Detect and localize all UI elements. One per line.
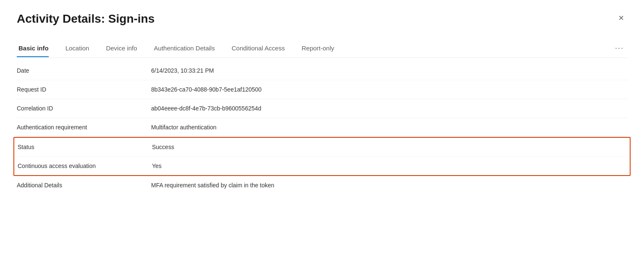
tab-authentication-details[interactable]: Authentication Details	[152, 40, 222, 57]
tabs-more-button[interactable]: ···	[612, 39, 627, 58]
field-label-auth-requirement: Authentication requirement	[17, 124, 151, 131]
highlighted-section: Status Success Continuous access evaluat…	[13, 137, 631, 176]
content-area: Date 6/14/2023, 10:33:21 PM Request ID 8…	[17, 58, 627, 194]
panel-header: Activity Details: Sign-ins ×	[17, 12, 627, 26]
field-auth-requirement: Authentication requirement Multifactor a…	[17, 118, 627, 137]
tab-bar: Basic info Location Device info Authenti…	[17, 39, 627, 58]
field-value-correlation-id: ab04eeee-dc8f-4e7b-73cb-b9600556254d	[151, 105, 261, 112]
field-label-status: Status	[18, 144, 152, 150]
tab-report-only[interactable]: Report-only	[300, 40, 341, 57]
field-value-status: Success	[152, 144, 174, 150]
field-label-request-id: Request ID	[17, 86, 151, 93]
panel-title: Activity Details: Sign-ins	[17, 12, 154, 26]
field-label-continuous-access: Continuous access evaluation	[18, 163, 152, 169]
field-continuous-access: Continuous access evaluation Yes	[18, 157, 626, 175]
field-value-request-id: 8b343e26-ca70-4088-90b7-5ee1af120500	[151, 86, 262, 93]
field-value-auth-requirement: Multifactor authentication	[151, 124, 217, 131]
field-status: Status Success	[18, 138, 626, 157]
tab-conditional-access[interactable]: Conditional Access	[230, 40, 292, 57]
field-value-date: 6/14/2023, 10:33:21 PM	[151, 67, 214, 74]
field-label-correlation-id: Correlation ID	[17, 105, 151, 112]
field-correlation-id: Correlation ID ab04eeee-dc8f-4e7b-73cb-b…	[17, 99, 627, 118]
close-button[interactable]: ×	[615, 12, 627, 24]
field-value-additional-details: MFA requirement satisfied by claim in th…	[151, 182, 274, 189]
tab-location[interactable]: Location	[64, 40, 96, 57]
field-date: Date 6/14/2023, 10:33:21 PM	[17, 61, 627, 80]
tab-device-info[interactable]: Device info	[104, 40, 144, 57]
tab-basic-info[interactable]: Basic info	[17, 40, 55, 57]
activity-details-panel: Activity Details: Sign-ins × Basic info …	[0, 0, 644, 273]
field-label-additional-details: Additional Details	[17, 182, 151, 189]
field-value-continuous-access: Yes	[152, 163, 162, 169]
field-label-date: Date	[17, 67, 151, 74]
field-additional-details: Additional Details MFA requirement satis…	[17, 176, 627, 194]
field-request-id: Request ID 8b343e26-ca70-4088-90b7-5ee1a…	[17, 80, 627, 99]
